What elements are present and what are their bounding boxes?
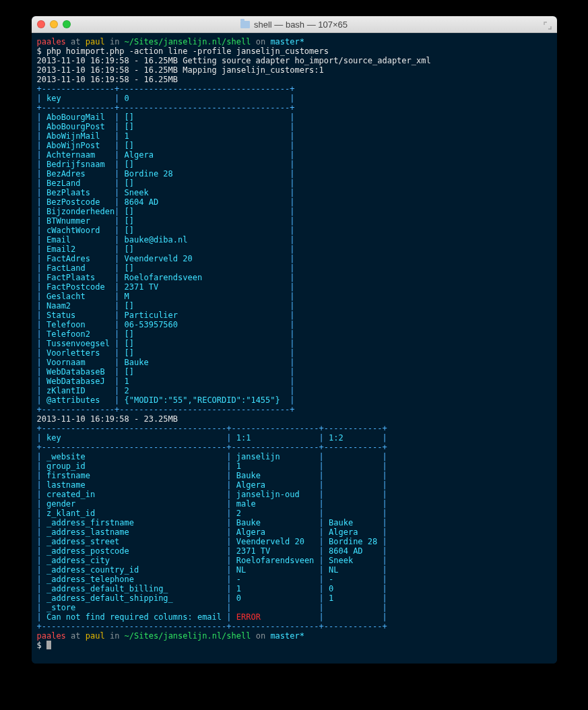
zoom-icon[interactable] (63, 20, 71, 28)
titlebar[interactable]: shell — bash — 107×65 (32, 16, 557, 33)
cursor (46, 641, 51, 649)
window-title: shell — bash — 107×65 (254, 20, 348, 30)
window-controls (37, 20, 71, 28)
window-title-group: shell — bash — 107×65 (240, 20, 348, 30)
expand-icon[interactable] (544, 20, 552, 28)
folder-icon (240, 21, 250, 28)
terminal-body[interactable]: paales at paul in ~/Sites/janselijn.nl/s… (32, 33, 557, 664)
minimize-icon[interactable] (50, 20, 58, 28)
terminal-window: shell — bash — 107×65 paales at paul in … (32, 16, 557, 664)
close-icon[interactable] (37, 20, 45, 28)
